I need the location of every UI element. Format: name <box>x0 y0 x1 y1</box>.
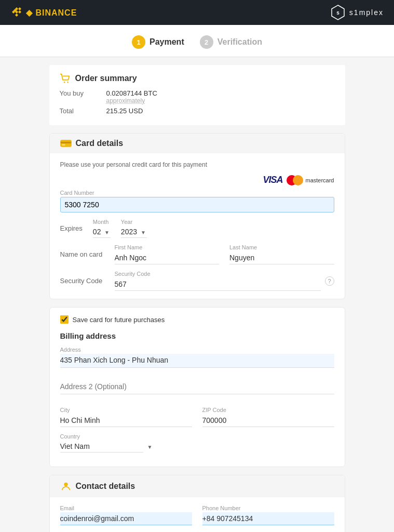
country-chevron-icon: ▼ <box>147 444 153 449</box>
country-label: Country <box>60 433 334 440</box>
card-number-input[interactable] <box>60 197 334 212</box>
email-input[interactable] <box>60 512 192 525</box>
security-help-icon[interactable]: ? <box>325 276 334 286</box>
contact-header: Contact details <box>50 475 345 497</box>
card-icon <box>60 139 72 148</box>
city-label: City <box>60 407 192 413</box>
address2-group <box>60 380 334 401</box>
card-number-label: Card Number <box>60 190 334 196</box>
address2-input[interactable] <box>60 380 334 394</box>
expires-row: Expires Month 02 ▼ Year 2023 ▼ <box>60 219 334 238</box>
zip-field: ZIP Code <box>202 407 334 427</box>
step2-circle: 2 <box>200 35 213 49</box>
email-field-group: Email <box>60 505 192 525</box>
svg-rect-13 <box>62 144 65 145</box>
save-card-checkbox[interactable] <box>60 315 69 324</box>
name-row: Name on card First Name Last Name <box>60 244 334 264</box>
save-card-label: Save card for future purchases <box>73 316 165 324</box>
step-verification: 2 Verification <box>200 35 262 49</box>
zip-input[interactable] <box>202 414 334 427</box>
zip-label: ZIP Code <box>202 407 334 413</box>
card-details-section: Card details Please use your personal cr… <box>49 133 345 299</box>
address-input[interactable] <box>60 354 334 368</box>
header: ◆ BINANCE s s1mplex <box>0 0 394 25</box>
billing-address-title: Billing address <box>60 331 334 340</box>
country-group: Country Viet Nam United States United Ki… <box>60 433 334 453</box>
year-select-wrapper: 2023 ▼ <box>121 226 147 238</box>
year-select[interactable]: 2023 <box>121 226 147 238</box>
svg-text:s: s <box>336 10 339 16</box>
security-input-group: Security Code <box>115 271 321 291</box>
security-code-field-label: Security Code <box>115 271 321 277</box>
contact-title: Contact details <box>76 482 135 491</box>
month-group: Month 02 ▼ <box>93 219 111 238</box>
order-row-buy: You buy 0.02087144 BTC approximately <box>60 89 335 104</box>
binance-text: ◆ BINANCE <box>26 8 77 18</box>
month-select-wrapper: 02 ▼ <box>93 226 111 238</box>
cart-icon <box>60 73 71 84</box>
svg-marker-2 <box>18 7 21 10</box>
simplex-hex-icon: s <box>330 4 346 21</box>
country-select[interactable]: Viet Nam United States United Kingdom <box>60 441 143 453</box>
card-details-title: Card details <box>76 139 124 148</box>
last-name-input[interactable] <box>229 251 334 264</box>
card-brands: VISA mastercard <box>60 175 334 185</box>
phone-input[interactable] <box>202 512 334 525</box>
binance-logo: ◆ BINANCE <box>10 6 77 19</box>
svg-marker-4 <box>18 10 21 14</box>
name-fields: First Name Last Name <box>115 244 334 264</box>
name-on-card-label: Name on card <box>60 250 104 258</box>
city-input[interactable] <box>60 414 192 427</box>
order-row-total: Total 215.25 USD <box>60 107 335 115</box>
expires-label: Expires <box>60 224 83 232</box>
billing-section: Save card for future purchases Billing a… <box>49 307 345 467</box>
step1-circle: 1 <box>132 35 145 49</box>
total-label: Total <box>60 107 91 115</box>
svg-point-9 <box>63 82 65 83</box>
you-buy-label: You buy <box>60 89 91 104</box>
personal-card-notice: Please use your personal credit card for… <box>60 161 334 168</box>
svg-marker-5 <box>15 14 18 17</box>
email-phone-row: Email Phone Number <box>60 505 334 525</box>
mastercard-brand: mastercard <box>287 175 334 185</box>
last-name-label: Last Name <box>229 244 334 250</box>
first-name-label: First Name <box>115 244 220 250</box>
phone-field-group: Phone Number <box>202 505 334 525</box>
first-name-field: First Name <box>115 244 220 264</box>
city-field: City <box>60 407 192 427</box>
month-label: Month <box>93 219 111 225</box>
user-icon <box>60 481 72 492</box>
email-label: Email <box>60 505 192 511</box>
phone-label: Phone Number <box>202 505 334 511</box>
card-number-group: Card Number <box>60 190 334 212</box>
address-label: Address <box>60 347 334 353</box>
first-name-input[interactable] <box>115 251 220 264</box>
simplex-text: s1mplex <box>349 8 384 17</box>
month-select[interactable]: 02 <box>93 226 111 238</box>
order-summary-section: Order summary You buy 0.02087144 BTC app… <box>49 65 345 125</box>
mastercard-text: mastercard <box>305 177 334 183</box>
order-summary-title: Order summary <box>75 74 137 83</box>
simplex-logo: s s1mplex <box>330 4 384 21</box>
svg-point-10 <box>67 82 69 83</box>
visa-brand: VISA <box>263 175 282 185</box>
svg-point-14 <box>64 483 67 486</box>
year-group: Year 2023 ▼ <box>121 219 147 238</box>
country-select-wrapper: Viet Nam United States United Kingdom ▼ <box>60 441 154 453</box>
binance-icon <box>10 6 23 19</box>
svg-rect-12 <box>60 142 71 143</box>
security-code-input[interactable] <box>115 278 321 291</box>
security-row: Security Code Security Code ? <box>60 271 334 291</box>
year-label: Year <box>121 219 147 225</box>
step2-label: Verification <box>218 37 262 47</box>
card-details-header: Card details <box>50 134 345 153</box>
address-group: Address <box>60 347 334 374</box>
approximately-label: approximately <box>106 97 157 104</box>
steps-bar: 1 Payment 2 Verification <box>0 25 394 57</box>
last-name-field: Last Name <box>229 244 334 264</box>
contact-section: Contact details Email Phone Number Date … <box>49 475 345 532</box>
order-summary-header: Order summary <box>60 73 335 84</box>
security-code-label: Security Code <box>60 277 104 285</box>
step1-label: Payment <box>150 37 184 47</box>
step-payment: 1 Payment <box>132 35 184 49</box>
